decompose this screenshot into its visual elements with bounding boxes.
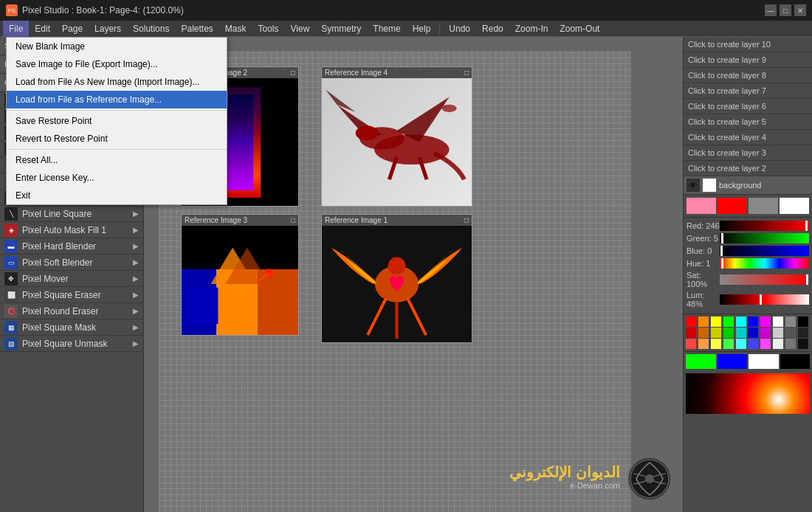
- swatch-24[interactable]: [736, 339, 746, 349]
- swatch-10[interactable]: [686, 328, 696, 338]
- bottom-swatch-green[interactable]: [686, 354, 716, 369]
- menu-undo[interactable]: Undo: [443, 21, 476, 37]
- tool-item-pixel-line-square[interactable]: ╲ Pixel Line Square ▶: [0, 206, 143, 222]
- tool-item-pixel-square-unmask[interactable]: ▧ Pixel Square Unmask ▶: [0, 336, 143, 352]
- file-menu-item-save-restore[interactable]: Save Restore Point: [7, 112, 227, 130]
- file-menu-item-new-blank[interactable]: New Blank Image: [7, 38, 227, 55]
- titlebar: PS Pixel Studio : Book-1: Page-4: (1200.…: [0, 0, 812, 21]
- layer-item-1[interactable]: Click to create layer 9: [684, 52, 812, 68]
- swatch-26[interactable]: [760, 339, 771, 349]
- lum-slider[interactable]: [720, 294, 809, 305]
- swatch-1[interactable]: [698, 316, 709, 327]
- swatch-20[interactable]: [686, 339, 696, 349]
- swatch-7[interactable]: [773, 316, 783, 327]
- bottom-swatch-white[interactable]: [749, 354, 779, 369]
- bottom-swatch-black[interactable]: [780, 354, 811, 369]
- tool-item-pixel-auto-mask-fill[interactable]: ◈ Pixel Auto Mask Fill 1 ▶: [0, 222, 143, 238]
- green-slider[interactable]: [720, 233, 809, 243]
- menu-theme[interactable]: Theme: [367, 21, 406, 37]
- layer-item-4[interactable]: Click to create layer 6: [684, 99, 812, 114]
- color-wheel-preview[interactable]: [686, 373, 810, 414]
- swatch-3[interactable]: [723, 316, 734, 327]
- layer-item-2[interactable]: Click to create layer 8: [684, 68, 812, 83]
- close-button[interactable]: ✕: [794, 4, 806, 16]
- menu-redo[interactable]: Redo: [476, 21, 509, 37]
- maximize-button[interactable]: □: [780, 4, 791, 16]
- swatch-2[interactable]: [711, 316, 721, 327]
- menu-solutions[interactable]: Solutions: [127, 21, 175, 37]
- tool-item-pixel-square-mask[interactable]: ▦ Pixel Square Mask ▶: [0, 319, 143, 336]
- tool-item-pixel-soft-blender[interactable]: ▭ Pixel Soft Blender ▶: [0, 255, 143, 271]
- swatch-27[interactable]: [773, 339, 783, 349]
- ref2-close[interactable]: □: [291, 69, 295, 77]
- file-menu-item-reset-all[interactable]: Reset All...: [7, 151, 227, 169]
- menu-tools[interactable]: Tools: [252, 21, 285, 37]
- bottom-swatch-blue[interactable]: [718, 354, 748, 369]
- color-swatch-white[interactable]: [780, 198, 809, 214]
- swatch-16[interactable]: [760, 328, 771, 338]
- layer-item-7[interactable]: Click to create layer 3: [684, 145, 812, 161]
- swatch-15[interactable]: [748, 328, 758, 338]
- menu-mask[interactable]: Mask: [219, 21, 252, 37]
- swatch-6[interactable]: [760, 316, 771, 327]
- layer-item-0[interactable]: Click to create layer 10: [684, 37, 812, 52]
- swatch-0[interactable]: [686, 316, 696, 327]
- swatch-5[interactable]: [748, 316, 758, 327]
- layer-item-5[interactable]: Click to create layer 5: [684, 114, 812, 130]
- red-slider[interactable]: [720, 221, 809, 231]
- swatch-14[interactable]: [736, 328, 746, 338]
- menu-edit[interactable]: Edit: [29, 21, 56, 37]
- file-menu-item-save-export[interactable]: Save Image to File (Export Image)...: [7, 55, 227, 73]
- menu-palettes[interactable]: Palettes: [175, 21, 219, 37]
- sat-slider[interactable]: [720, 274, 809, 285]
- swatch-9[interactable]: [798, 316, 808, 327]
- layer-item-6[interactable]: Click to create layer 4: [684, 130, 812, 145]
- swatch-11[interactable]: [698, 328, 709, 338]
- tool-item-pixel-square-eraser[interactable]: ⬜ Pixel Square Eraser ▶: [0, 287, 143, 303]
- swatch-29[interactable]: [798, 339, 808, 349]
- tool-item-pixel-mover[interactable]: ✥ Pixel Mover ▶: [0, 271, 143, 287]
- layer-item-3[interactable]: Click to create layer 7: [684, 83, 812, 99]
- swatch-25[interactable]: [748, 339, 758, 349]
- menu-file[interactable]: File: [3, 21, 29, 37]
- ref4-close[interactable]: □: [464, 69, 469, 77]
- tool-item-pixel-round-eraser[interactable]: ⭕ Pixel Round Eraser ▶: [0, 303, 143, 319]
- ref1-close[interactable]: □: [464, 216, 469, 224]
- swatch-19[interactable]: [798, 328, 808, 338]
- layer-item-8[interactable]: Click to create layer 2: [684, 161, 812, 176]
- file-menu-item-load-import[interactable]: Load from File As New Image (Import Imag…: [7, 73, 227, 91]
- swatch-22[interactable]: [711, 339, 721, 349]
- swatch-21[interactable]: [698, 339, 709, 349]
- reference-image-1[interactable]: Reference Image 1 □: [321, 214, 472, 343]
- file-menu-item-exit[interactable]: Exit: [7, 187, 227, 204]
- color-swatch-red[interactable]: [718, 198, 747, 214]
- swatch-12[interactable]: [711, 328, 721, 338]
- menu-layers[interactable]: Layers: [89, 21, 127, 37]
- ref3-close[interactable]: □: [291, 216, 295, 224]
- color-swatch-gray[interactable]: [749, 198, 778, 214]
- reference-image-4[interactable]: Reference Image 4 □: [321, 66, 472, 207]
- swatch-4[interactable]: [736, 316, 746, 327]
- swatch-13[interactable]: [723, 328, 734, 338]
- menu-view[interactable]: View: [285, 21, 316, 37]
- layer-eye-icon[interactable]: 👁: [687, 179, 700, 192]
- file-menu-item-revert-restore[interactable]: Revert to Restore Point: [7, 130, 227, 148]
- swatch-23[interactable]: [723, 339, 734, 349]
- swatch-8[interactable]: [785, 316, 796, 327]
- file-menu-item-load-reference[interactable]: Load from File as Reference Image...: [7, 91, 227, 108]
- hue-slider[interactable]: [720, 258, 809, 269]
- menu-symmetry[interactable]: Symmetry: [315, 21, 367, 37]
- swatch-17[interactable]: [773, 328, 783, 338]
- reference-image-3[interactable]: Reference Image 3 □: [181, 214, 299, 336]
- menu-zoom-out[interactable]: Zoom-Out: [554, 21, 605, 37]
- tool-item-pixel-hard-blender[interactable]: ▬ Pixel Hard Blender ▶: [0, 238, 143, 255]
- swatch-28[interactable]: [785, 339, 796, 349]
- minimize-button[interactable]: —: [765, 4, 777, 16]
- file-menu-item-license[interactable]: Enter License Key...: [7, 169, 227, 187]
- swatch-18[interactable]: [785, 328, 796, 338]
- menu-page[interactable]: Page: [56, 21, 89, 37]
- menu-help[interactable]: Help: [407, 21, 437, 37]
- menu-zoom-in[interactable]: Zoom-In: [509, 21, 554, 37]
- blue-slider[interactable]: [720, 246, 809, 256]
- color-swatch-pink[interactable]: [687, 198, 716, 214]
